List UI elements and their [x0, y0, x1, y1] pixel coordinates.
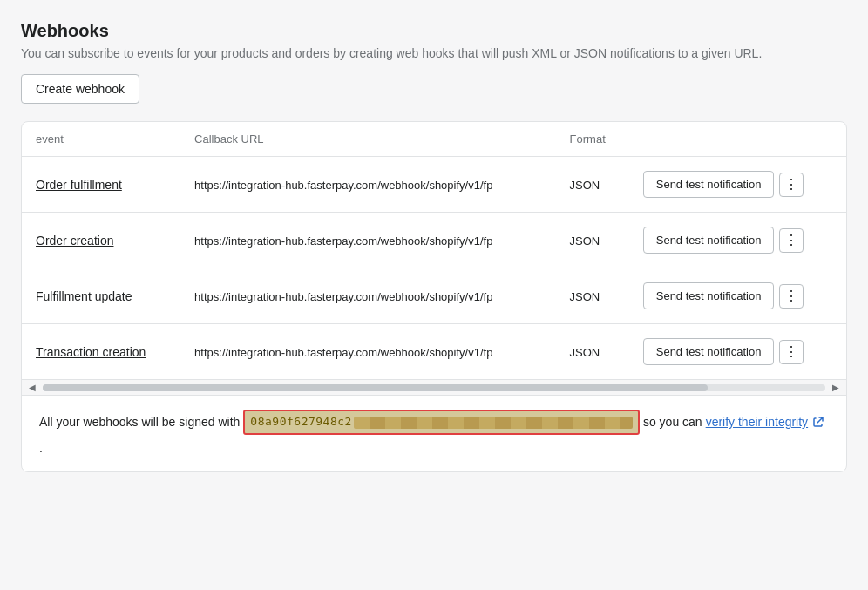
footer-section: All your webhooks will be signed with 08… — [22, 395, 846, 471]
event-link-1[interactable]: Order creation — [36, 234, 113, 248]
event-link-3[interactable]: Transaction creation — [36, 345, 146, 359]
table-header-row: event Callback URL Format — [22, 122, 846, 157]
horizontal-scrollbar[interactable]: ◀ ▶ — [22, 379, 846, 395]
send-test-notification-button-2[interactable]: Send test notification — [643, 282, 775, 309]
more-options-button-2[interactable]: ⋮ — [779, 284, 804, 309]
footer-period: . — [39, 438, 43, 458]
callback-url-1: https://integration-hub.fasterpay.com/we… — [194, 234, 492, 248]
webhooks-table: event Callback URL Format Order fulfillm… — [22, 122, 846, 379]
more-options-button-0[interactable]: ⋮ — [779, 173, 804, 197]
footer-prefix-text: All your webhooks will be signed with — [39, 412, 240, 431]
send-test-notification-button-1[interactable]: Send test notification — [643, 227, 775, 254]
actions-cell-3: Send test notification ⋮ — [643, 338, 832, 365]
event-link-0[interactable]: Order fulfillment — [36, 178, 122, 192]
event-link-2[interactable]: Fulfillment update — [36, 289, 132, 303]
external-link-icon — [813, 417, 824, 427]
secret-key-box: 08a90f627948c2 — [243, 410, 640, 435]
actions-cell-1: Send test notification ⋮ — [643, 227, 832, 254]
footer-line: All your webhooks will be signed with 08… — [39, 410, 829, 458]
scroll-left-arrow[interactable]: ◀ — [25, 383, 39, 393]
callback-url-3: https://integration-hub.fasterpay.com/we… — [194, 346, 492, 359]
actions-cell-2: Send test notification ⋮ — [643, 282, 832, 309]
scroll-track[interactable] — [43, 384, 825, 391]
more-options-button-3[interactable]: ⋮ — [779, 340, 804, 364]
table-row: Order creation https://integration-hub.f… — [22, 213, 846, 268]
callback-url-2: https://integration-hub.fasterpay.com/we… — [194, 290, 492, 303]
format-badge-1: JSON — [570, 234, 600, 248]
send-test-notification-button-0[interactable]: Send test notification — [643, 171, 775, 198]
table-row: Fulfillment update https://integration-h… — [22, 268, 846, 324]
col-header-callback: Callback URL — [180, 122, 555, 157]
callback-url-0: https://integration-hub.fasterpay.com/we… — [194, 179, 492, 192]
format-badge-3: JSON — [570, 346, 600, 359]
more-options-button-1[interactable]: ⋮ — [779, 228, 804, 253]
col-header-actions — [629, 122, 846, 157]
table-wrapper: event Callback URL Format Order fulfillm… — [22, 122, 846, 379]
page-description: You can subscribe to events for your pro… — [21, 46, 805, 60]
col-header-format: Format — [556, 122, 629, 157]
scroll-right-arrow[interactable]: ▶ — [829, 383, 843, 393]
webhooks-card: event Callback URL Format Order fulfillm… — [21, 121, 847, 472]
footer-suffix-text: so you can — [643, 412, 702, 431]
col-header-event: event — [22, 122, 180, 157]
secret-key-value: 08a90f627948c2 — [250, 413, 633, 431]
format-badge-0: JSON — [570, 179, 600, 192]
verify-integrity-link[interactable]: verify their integrity — [706, 412, 808, 431]
page-title: Webhooks — [21, 21, 847, 41]
table-row: Transaction creation https://integration… — [22, 324, 846, 380]
table-row: Order fulfillment https://integration-hu… — [22, 157, 846, 213]
scroll-thumb — [43, 384, 708, 391]
format-badge-2: JSON — [570, 290, 600, 303]
actions-cell-0: Send test notification ⋮ — [643, 171, 832, 198]
send-test-notification-button-3[interactable]: Send test notification — [643, 338, 775, 365]
create-webhook-button[interactable]: Create webhook — [21, 74, 139, 104]
